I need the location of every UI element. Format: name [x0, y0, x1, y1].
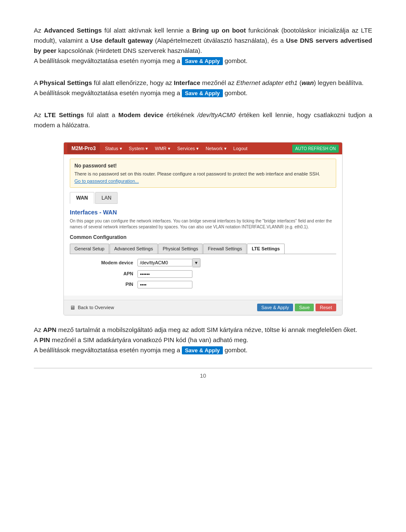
tab-wan[interactable]: WAN — [70, 192, 94, 204]
nav-network[interactable]: Network ▾ — [202, 143, 230, 154]
pin-label: PIN — [95, 281, 137, 288]
nav-services[interactable]: Services ▾ — [174, 143, 202, 154]
bold-italic-wan: wan — [302, 79, 314, 86]
wan-lan-tabs: WAN LAN — [70, 192, 336, 204]
italic-dev-ttyacm0: /dev/ttyACM0 — [198, 111, 236, 118]
page: Az Advanced Settings fül alatt aktívnak … — [0, 0, 406, 532]
bold-physical-settings: Physical Settings — [39, 79, 92, 86]
bold-interface: Interface — [174, 79, 200, 86]
footer-reset-button[interactable]: Reset — [315, 304, 336, 311]
italic-eth1: Ethernet adapter eth1 — [236, 79, 298, 86]
modem-device-dropdown[interactable]: ▼ — [137, 258, 200, 267]
save-apply-button-2[interactable]: Save & Apply — [182, 89, 223, 97]
save-apply-button-3[interactable]: Save & Apply — [182, 346, 223, 354]
config-tabs: General Setup Advanced Settings Physical… — [70, 244, 336, 254]
paragraph-1: Az Advanced Settings fül alatt aktívnak … — [34, 25, 372, 66]
modem-device-input[interactable] — [137, 259, 192, 266]
router-footer: 🖥 Back to Overview Save & Apply Save Res… — [64, 300, 342, 315]
bold-pin: PIN — [39, 336, 50, 343]
tab-lan[interactable]: LAN — [95, 192, 118, 204]
nav-system[interactable]: System ▾ — [126, 143, 152, 154]
footer-buttons: Save & Apply Save Reset — [257, 304, 336, 311]
bold-lte-settings: LTE Settings — [44, 111, 84, 118]
apn-row: APN — [70, 270, 336, 278]
no-password-desc: There is no password set on this router.… — [74, 170, 332, 178]
nav-status[interactable]: Status ▾ — [102, 143, 125, 154]
auto-refresh-badge: AUTO REFRESH ON — [292, 145, 339, 153]
bold-advanced-settings: Advanced Settings — [44, 27, 102, 34]
bold-apn: APN — [43, 326, 57, 333]
paragraph-4: Az APN mező tartalmát a mobilszolgáltató… — [34, 325, 372, 355]
no-password-box: No password set! There is no password se… — [70, 159, 336, 188]
footer-save-apply-button[interactable]: Save & Apply — [257, 304, 293, 311]
page-footer: 10 — [34, 368, 372, 380]
router-screenshot: M2M-Pro3 Status ▾ System ▾ WMR ▾ Service… — [63, 142, 343, 315]
back-icon: 🖥 — [70, 304, 75, 312]
paragraph-3: Az LTE Settings fül alatt a Modem device… — [34, 110, 372, 130]
router-brand: M2M-Pro3 — [67, 143, 100, 154]
common-config-title: Common Configuration — [70, 233, 336, 241]
bold-modem-device: Modem device — [118, 111, 163, 118]
config-tab-lte[interactable]: LTE Settings — [247, 244, 284, 254]
bold-bring-up: Bring up on boot — [192, 27, 246, 34]
page-number: 10 — [200, 373, 206, 379]
footer-save-button[interactable]: Save — [295, 304, 314, 311]
pin-input[interactable] — [137, 281, 192, 288]
router-body: No password set! There is no password se… — [64, 154, 342, 296]
config-tab-firewall[interactable]: Firewall Settings — [203, 244, 247, 254]
apn-input[interactable] — [137, 270, 192, 278]
modem-device-row: Modem device ▼ — [70, 258, 336, 267]
config-tab-general[interactable]: General Setup — [70, 244, 109, 254]
nav-logout[interactable]: Logout — [230, 143, 251, 154]
password-config-link[interactable]: Go to password configuration... — [74, 178, 332, 185]
paragraph-2: A Physical Settings fül alatt ellenőrizz… — [34, 78, 372, 98]
nav-wmr[interactable]: WMR ▾ — [151, 143, 174, 154]
config-tab-advanced[interactable]: Advanced Settings — [110, 244, 158, 254]
back-label[interactable]: Back to Overview — [78, 304, 114, 311]
bold-default-gateway: Use default gateway — [91, 37, 153, 44]
config-tab-physical[interactable]: Physical Settings — [158, 244, 203, 254]
pin-row: PIN — [70, 281, 336, 288]
no-password-title: No password set! — [74, 162, 332, 170]
back-to-overview[interactable]: 🖥 Back to Overview — [70, 304, 114, 312]
apn-label: APN — [95, 270, 137, 277]
modem-device-label: Modem device — [95, 259, 137, 266]
router-navbar: M2M-Pro3 Status ▾ System ▾ WMR ▾ Service… — [64, 143, 342, 154]
save-apply-button-1[interactable]: Save & Apply — [182, 57, 223, 65]
modem-device-arrow[interactable]: ▼ — [192, 258, 200, 267]
interfaces-desc: On this page you can configure the netwo… — [70, 218, 336, 230]
bold-dns: Use DNS servers advertised by peer — [34, 37, 372, 54]
interfaces-title: Interfaces - WAN — [70, 208, 336, 217]
